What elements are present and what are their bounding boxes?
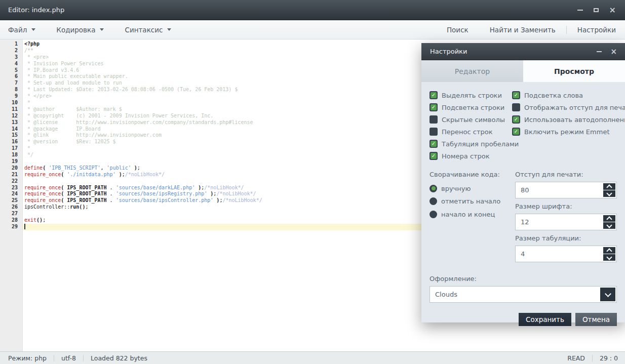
dialog-close-icon[interactable]: × [610,48,617,55]
checkbox-checked[interactable]: ✓ [512,128,520,136]
checkbox-checked[interactable]: ✓ [429,140,438,148]
checkbox-column-right: ✓Подсветка словаОтображать отступ для пе… [512,89,625,162]
code-token: * [24,100,30,105]
code-token: /*noLibHook*/ [216,191,256,196]
minimize-icon[interactable] [577,10,583,11]
code-token: /** [24,48,33,53]
number-fields: Отступ для печати:80Размер шрифта:12Разм… [515,171,617,266]
window-titlebar: Editor: index.php × [0,0,625,20]
code-token: 'sources/base/darkLAE.php' [116,185,196,190]
checkbox-checked[interactable]: ✓ [429,152,438,160]
status-bar: Режим: phputf-8Loaded 822 bytes READ29 :… [0,351,625,364]
code-token: ; [43,217,46,223]
field-label: Размер табуляции: [515,234,617,242]
spin-up-button[interactable] [603,247,615,254]
checkbox-label: Подсветка строки [442,104,504,111]
number-value: 4 [521,250,525,258]
spin-up-button[interactable] [603,183,615,190]
radio-unselected[interactable] [429,197,437,205]
code-token: * @package IP.Board [24,126,101,132]
checkbox-unchecked[interactable] [429,128,438,136]
checkmark-icon: ✓ [431,153,437,159]
checkbox-row: ✓Табуляция пробелами [429,138,512,150]
line-number: 16 [0,139,22,145]
close-icon[interactable]: × [609,6,616,14]
line-number: 15 [0,132,22,139]
line-number: 4 [0,61,22,67]
menu-item-Файл[interactable]: Файл [8,20,35,39]
number-input[interactable]: 80 [515,182,617,198]
code-token: * @version $Rev: 12025 $ [24,139,116,144]
checkbox-unchecked[interactable] [512,103,520,111]
radio-unselected[interactable] [429,211,437,218]
radio-label: вручную [441,185,471,192]
checkbox-unchecked[interactable] [429,115,438,124]
dialog-minimize-icon[interactable] [597,51,602,52]
theme-select[interactable]: Clouds [429,286,617,303]
menu-item-Кодировка[interactable]: Кодировка [56,20,104,39]
number-input[interactable]: 12 [515,214,617,230]
checkbox-grid: ✓Выделять строки✓Подсветка строкиСкрытые… [429,89,617,162]
spin-down-button[interactable] [603,222,615,229]
chevron-up-icon [606,248,612,254]
checkmark-icon: ✓ [513,116,519,123]
code-token: 'sources/base/ipsController.php' [116,197,214,203]
tab-view[interactable]: Просмотр [523,60,625,82]
code-token: * @link http://www.invisionpower.com [24,132,162,138]
spin-down-button[interactable] [603,190,615,197]
checkmark-icon: ✓ [513,92,519,98]
editor-window: Editor: index.php × ФайлКодировкаСинтакс… [0,0,625,364]
checkbox-checked[interactable]: ✓ [512,91,520,99]
line-number: 27 [0,211,22,217]
theme-dropdown-button[interactable] [600,288,615,301]
field-label: Размер шрифта: [515,203,617,210]
status-left: Режим: phputf-8Loaded 822 bytes [8,352,154,364]
menu-bar: ФайлКодировкаСинтаксис ПоискНайти и Заме… [0,20,625,39]
menu-item-Настройки[interactable]: Настройки [567,20,616,39]
radio-selected[interactable] [429,185,437,192]
tab-editor[interactable]: Редактор [421,60,523,82]
chevron-down-icon [100,28,104,33]
checkbox-checked[interactable]: ✓ [429,91,438,99]
save-button[interactable]: Сохранить [519,313,571,326]
checkbox-row: ✓Использовать автодополнение [512,113,625,126]
menu-item-Синтаксис[interactable]: Синтаксис [125,20,171,39]
line-number: 10 [0,100,22,106]
checkbox-label: Перенос строк [442,128,493,136]
chevron-down-icon [31,28,35,33]
code-token: () [36,217,43,223]
number-value: 12 [521,218,529,226]
cancel-button[interactable]: Отмена [575,313,617,326]
middle-section: Сворачивание кода: вручнуюотметить начал… [429,171,617,266]
status-item: Loaded 822 bytes [84,354,154,362]
radio-row: отметить начало [429,195,515,208]
window-controls: × [577,0,616,20]
spin-up-button[interactable] [603,215,615,222]
dialog-title: Настройки [430,48,467,55]
code-folding-label: Сворачивание кода: [429,171,515,182]
chevron-down-icon [606,222,612,228]
theme-selected-value: Clouds [435,291,457,298]
line-number: 18 [0,152,22,158]
spin-down-button[interactable] [603,254,615,261]
line-number: 6 [0,73,22,80]
chevron-down-icon [605,291,611,297]
checkbox-row: ✓Подсветка строки [429,101,512,113]
number-input[interactable]: 4 [515,246,617,262]
line-number: 12 [0,113,22,119]
checkbox-label: Номера строк [442,152,490,160]
dialog-tabs: Редактор Просмотр [421,60,625,82]
line-number: 21 [0,172,22,178]
code-token: /*noLibHook*/ [125,172,165,177]
menu-item-Поиск[interactable]: Поиск [436,20,479,39]
chevron-down-icon [606,254,612,260]
code-token: exit [24,217,36,223]
maximize-icon[interactable] [594,8,599,12]
line-number: 3 [0,54,22,61]
number-field: Отступ для печати:80 [515,171,617,198]
menu-item-Найти и Заменить[interactable]: Найти и Заменить [479,20,566,39]
status-item: 29 : 0 [593,354,618,362]
checkbox-checked[interactable]: ✓ [429,103,438,111]
number-value: 80 [521,186,529,194]
checkbox-checked[interactable]: ✓ [512,115,520,124]
